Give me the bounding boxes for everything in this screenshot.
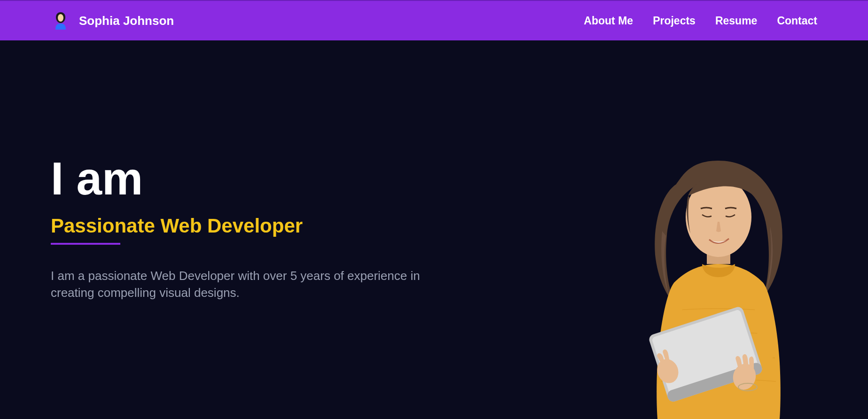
hero-section: I am Passionate Web Developer I am a pas… [0, 40, 868, 419]
nav-resume[interactable]: Resume [715, 15, 757, 27]
brand[interactable]: Sophia Johnson [51, 11, 174, 31]
avatar-icon [51, 11, 70, 31]
hero-text: I am Passionate Web Developer I am a pas… [51, 40, 474, 419]
person-illustration-icon [620, 147, 817, 419]
brand-name: Sophia Johnson [79, 14, 174, 28]
heading-underline [51, 243, 120, 245]
nav-projects[interactable]: Projects [653, 15, 696, 27]
hero-description: I am a passionate Web Developer with ove… [51, 267, 464, 302]
header: Sophia Johnson About Me Projects Resume … [0, 0, 868, 40]
nav-contact[interactable]: Contact [777, 15, 817, 27]
hero-image [620, 147, 817, 419]
svg-point-0 [58, 14, 63, 22]
hero-subheading: Passionate Web Developer [51, 215, 474, 237]
nav-about-me[interactable]: About Me [584, 15, 633, 27]
main-nav: About Me Projects Resume Contact [584, 15, 817, 27]
hero-heading: I am [51, 155, 474, 202]
